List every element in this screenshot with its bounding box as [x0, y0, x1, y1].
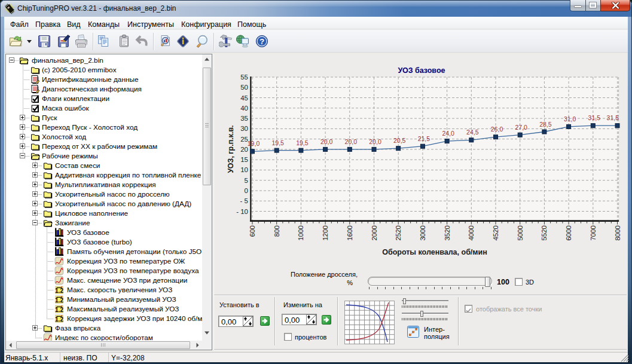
svg-text:7000: 7000	[590, 225, 597, 241]
svg-text:15: 15	[240, 156, 248, 163]
svg-text:- 5: - 5	[240, 197, 248, 204]
svg-text:800: 800	[273, 225, 280, 237]
svg-text:24,0: 24,0	[442, 130, 454, 137]
svg-text:1.2: 1.2	[55, 287, 63, 294]
svg-text:10: 10	[240, 166, 248, 173]
svg-text:2000: 2000	[371, 225, 378, 241]
svg-text:26,0: 26,0	[491, 126, 503, 133]
svg-text:45: 45	[240, 94, 248, 102]
svg-text:31,0: 31,0	[564, 115, 576, 123]
svg-text:20,0: 20,0	[369, 138, 381, 145]
svg-text:5520: 5520	[541, 225, 548, 241]
svg-text:19,5: 19,5	[296, 139, 309, 146]
svg-text:19,5: 19,5	[271, 139, 284, 146]
svg-text:55: 55	[240, 74, 248, 81]
svg-text:1.2: 1.2	[55, 316, 63, 323]
svg-text:1.2: 1.2	[55, 307, 63, 313]
svg-text:4000: 4000	[468, 225, 475, 241]
svg-text:24,5: 24,5	[466, 129, 479, 136]
svg-text:28,5: 28,5	[539, 121, 552, 128]
svg-text:20,0: 20,0	[320, 138, 333, 145]
svg-text:3520: 3520	[444, 225, 451, 241]
svg-text:- 10: - 10	[236, 208, 248, 215]
svg-text:35: 35	[240, 115, 248, 122]
svg-text:1.2: 1.2	[55, 297, 63, 304]
svg-text:?: ?	[259, 37, 264, 46]
svg-text:УОЗ базовое: УОЗ базовое	[398, 66, 445, 75]
svg-text:УОЗ, гр.п.к.в.: УОЗ, гр.п.к.в.	[227, 125, 235, 173]
svg-text:5000: 5000	[517, 225, 524, 241]
svg-text:40: 40	[240, 105, 248, 112]
svg-text:31,5: 31,5	[607, 114, 619, 121]
svg-text:21,5: 21,5	[418, 135, 431, 142]
svg-text:50: 50	[240, 84, 248, 91]
svg-text:5: 5	[245, 177, 248, 184]
svg-text:4520: 4520	[492, 225, 499, 241]
svg-text:600: 600	[249, 225, 256, 237]
svg-text:27,0: 27,0	[515, 124, 527, 131]
svg-text:8000: 8000	[614, 225, 621, 241]
svg-text:1000: 1000	[297, 225, 304, 241]
svg-text:Обороты коленвала, об/мин: Обороты коленвала, об/мин	[382, 248, 487, 256]
svg-text:2520: 2520	[395, 225, 402, 241]
svg-text:31,5: 31,5	[588, 114, 601, 121]
svg-text:1600: 1600	[346, 225, 353, 241]
svg-text:0: 0	[245, 187, 248, 194]
svg-text:19,0: 19,0	[248, 140, 260, 147]
svg-text:20,0: 20,0	[345, 138, 358, 145]
svg-text:20,5: 20,5	[393, 137, 406, 144]
svg-text:3000: 3000	[419, 225, 426, 241]
svg-text:6000: 6000	[565, 225, 572, 241]
svg-text:1200: 1200	[322, 225, 329, 241]
svg-text:30: 30	[240, 125, 248, 132]
